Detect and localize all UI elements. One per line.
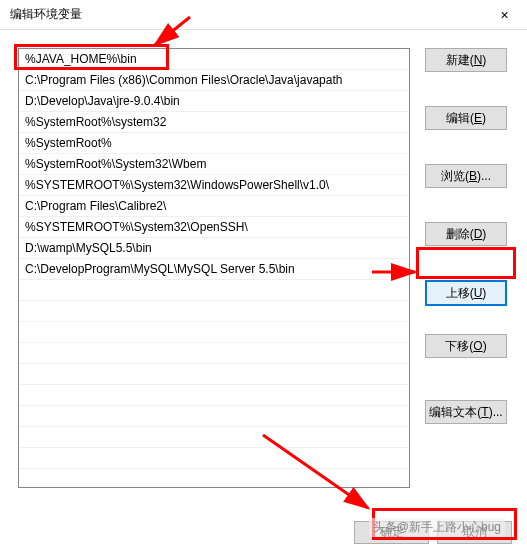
- list-item-empty: [19, 469, 409, 488]
- list-item-empty: [19, 427, 409, 448]
- list-item-empty: [19, 448, 409, 469]
- list-item-empty: [19, 406, 409, 427]
- list-item[interactable]: %JAVA_HOME%\bin: [19, 49, 409, 70]
- list-item[interactable]: %SystemRoot%\System32\Wbem: [19, 154, 409, 175]
- movedown-button[interactable]: 下移(O): [425, 334, 507, 358]
- delete-button[interactable]: 删除(D): [425, 222, 507, 246]
- list-item[interactable]: %SystemRoot%: [19, 133, 409, 154]
- spacer: [425, 136, 507, 158]
- list-item[interactable]: C:\Program Files\Calibre2\: [19, 196, 409, 217]
- list-item-empty: [19, 343, 409, 364]
- browse-button[interactable]: 浏览(B)...: [425, 164, 507, 188]
- close-icon: ×: [500, 7, 508, 23]
- list-item-empty: [19, 280, 409, 301]
- list-item-empty: [19, 301, 409, 322]
- list-item-empty: [19, 322, 409, 343]
- spacer: [425, 194, 507, 216]
- list-item-empty: [19, 385, 409, 406]
- edittext-button[interactable]: 编辑文本(T)...: [425, 400, 507, 424]
- list-item-empty: [19, 364, 409, 385]
- window-title: 编辑环境变量: [10, 6, 82, 23]
- list-item[interactable]: C:\Program Files (x86)\Common Files\Orac…: [19, 70, 409, 91]
- spacer: [425, 252, 507, 274]
- list-item[interactable]: %SystemRoot%\system32: [19, 112, 409, 133]
- list-item[interactable]: %SYSTEMROOT%\System32\OpenSSH\: [19, 217, 409, 238]
- spacer: [425, 364, 507, 394]
- moveup-button[interactable]: 上移(U): [425, 280, 507, 306]
- content-area: %JAVA_HOME%\bin C:\Program Files (x86)\C…: [0, 30, 527, 488]
- watermark: 头条@新手上路小心bug: [369, 518, 505, 537]
- list-item[interactable]: %SYSTEMROOT%\System32\WindowsPowerShell\…: [19, 175, 409, 196]
- list-item[interactable]: C:\DevelopProgram\MySQL\MySQL Server 5.5…: [19, 259, 409, 280]
- edit-button[interactable]: 编辑(E): [425, 106, 507, 130]
- button-column: 新建(N) 编辑(E) 浏览(B)... 删除(D) 上移(U) 下移(O) 编…: [425, 48, 507, 488]
- list-item[interactable]: D:\Develop\Java\jre-9.0.4\bin: [19, 91, 409, 112]
- list-item[interactable]: D:\wamp\MySQL5.5\bin: [19, 238, 409, 259]
- spacer: [425, 78, 507, 100]
- titlebar: 编辑环境变量 ×: [0, 0, 527, 30]
- spacer: [425, 312, 507, 328]
- path-listbox[interactable]: %JAVA_HOME%\bin C:\Program Files (x86)\C…: [18, 48, 410, 488]
- new-button[interactable]: 新建(N): [425, 48, 507, 72]
- close-button[interactable]: ×: [482, 0, 527, 30]
